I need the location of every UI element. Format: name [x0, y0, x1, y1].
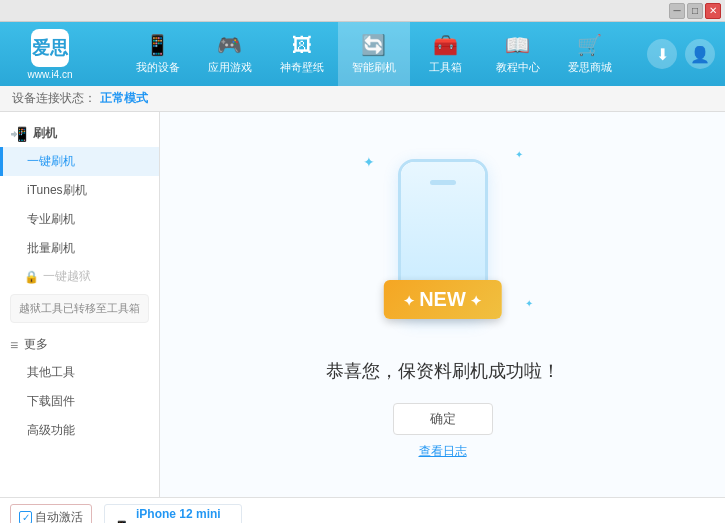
nav-my-device-label: 我的设备: [136, 60, 180, 75]
nav-tutorial-label: 教程中心: [496, 60, 540, 75]
status-value: 正常模式: [100, 90, 148, 107]
maximize-button[interactable]: □: [687, 3, 703, 19]
device-details: iPhone 12 mini 64GB Down-12mini-13,1: [136, 507, 233, 524]
apps-icon: 🎮: [217, 33, 242, 57]
sidebar-firmware-label: 下载固件: [27, 394, 75, 408]
auto-activate-label: 自动激活: [35, 509, 83, 524]
sparkle-1: ✦: [363, 154, 375, 170]
nav-wallpaper[interactable]: 🖼 神奇壁纸: [266, 22, 338, 86]
sidebar-item-tools[interactable]: 其他工具: [0, 358, 159, 387]
tutorial-icon: 📖: [505, 33, 530, 57]
device-phone-icon: 📱: [113, 520, 130, 524]
sidebar-item-jailbreak: 🔒 一键越狱: [0, 263, 159, 290]
status-label: 设备连接状态：: [12, 90, 96, 107]
confirm-btn-label: 确定: [430, 410, 456, 428]
sidebar-section-flash: 📲 刷机 一键刷机 iTunes刷机 专业刷机 批量刷机 🔒 一键越狱 越狱工具…: [0, 120, 159, 327]
nav-wallpaper-label: 神奇壁纸: [280, 60, 324, 75]
sidebar-info-box: 越狱工具已转移至工具箱: [10, 294, 149, 323]
auto-activate-check-box[interactable]: ✓: [19, 511, 32, 524]
nav-toolbox-label: 工具箱: [429, 60, 462, 75]
nav-apps[interactable]: 🎮 应用游戏: [194, 22, 266, 86]
download-button[interactable]: ⬇: [647, 39, 677, 69]
nav-tutorial[interactable]: 📖 教程中心: [482, 22, 554, 86]
nav-flash[interactable]: 🔄 智能刷机: [338, 22, 410, 86]
sidebar-item-firmware[interactable]: 下载固件: [0, 387, 159, 416]
nav-flash-label: 智能刷机: [352, 60, 396, 75]
sidebar: 📲 刷机 一键刷机 iTunes刷机 专业刷机 批量刷机 🔒 一键越狱 越狱工具…: [0, 112, 160, 497]
flash-icon: 🔄: [361, 33, 386, 57]
sidebar-item-batch[interactable]: 批量刷机: [0, 234, 159, 263]
checkbox-group: ✓ 自动激活 ✓ 跳过向导: [10, 504, 92, 524]
nav-toolbox[interactable]: 🧰 工具箱: [410, 22, 482, 86]
phone-illustration: ✦ ✦ ✦ NEW: [343, 149, 543, 339]
confirm-button[interactable]: 确定: [393, 403, 493, 435]
sparkle-2: ✦: [515, 149, 523, 160]
nav-bar: 📱 我的设备 🎮 应用游戏 🖼 神奇壁纸 🔄 智能刷机 🧰 工具箱 📖 教程中心…: [100, 22, 647, 86]
sidebar-advanced-label: 高级功能: [27, 423, 75, 437]
user-button[interactable]: 👤: [685, 39, 715, 69]
sidebar-jailbreak-label: 一键越狱: [43, 268, 91, 285]
sidebar-more-title: 更多: [24, 336, 48, 353]
title-bar: ─ □ ✕: [0, 0, 725, 22]
more-section-icon: ≡: [10, 337, 18, 353]
lock-icon: 🔒: [24, 270, 39, 284]
wallpaper-icon: 🖼: [292, 34, 312, 57]
sidebar-item-pro[interactable]: 专业刷机: [0, 205, 159, 234]
toolbox-icon: 🧰: [433, 33, 458, 57]
sidebar-item-advanced[interactable]: 高级功能: [0, 416, 159, 445]
content-area: ✦ ✦ ✦ NEW 恭喜您，保资料刷机成功啦！ 确定 查看日志: [160, 112, 725, 497]
view-log-link[interactable]: 查看日志: [419, 443, 467, 460]
bottom-device-bar: ✓ 自动激活 ✓ 跳过向导 📱 iPhone 12 mini 64GB Down…: [0, 497, 725, 523]
logo-text: www.i4.cn: [27, 69, 72, 80]
status-bar: 设备连接状态： 正常模式: [0, 86, 725, 112]
device-icon: 📱: [145, 33, 170, 57]
device-info: 📱 iPhone 12 mini 64GB Down-12mini-13,1: [104, 504, 242, 524]
nav-shop[interactable]: 🛒 爱思商城: [554, 22, 626, 86]
sidebar-more-header: ≡ 更多: [0, 331, 159, 358]
phone-notch: [430, 180, 456, 185]
success-title: 恭喜您，保资料刷机成功啦！: [326, 359, 560, 383]
nav-apps-label: 应用游戏: [208, 60, 252, 75]
logo: 爱思 www.i4.cn: [10, 29, 90, 80]
sidebar-batch-label: 批量刷机: [27, 241, 75, 255]
header: 爱思 www.i4.cn 📱 我的设备 🎮 应用游戏 🖼 神奇壁纸 🔄 智能刷机…: [0, 22, 725, 86]
nav-shop-label: 爱思商城: [568, 60, 612, 75]
sparkle-3: ✦: [525, 298, 533, 309]
nav-right-actions: ⬇ 👤: [647, 39, 715, 69]
sidebar-item-onekey[interactable]: 一键刷机: [0, 147, 159, 176]
logo-icon: 爱思: [31, 29, 69, 67]
sidebar-section-more: ≡ 更多 其他工具 下载固件 高级功能: [0, 331, 159, 445]
sidebar-tools-label: 其他工具: [27, 365, 75, 379]
sidebar-flash-title: 刷机: [33, 125, 57, 142]
shop-icon: 🛒: [577, 33, 602, 57]
minimize-button[interactable]: ─: [669, 3, 685, 19]
sidebar-pro-label: 专业刷机: [27, 212, 75, 226]
sidebar-info-text: 越狱工具已转移至工具箱: [19, 302, 140, 314]
new-badge: NEW: [383, 280, 501, 319]
auto-activate-checkbox[interactable]: ✓ 自动激活: [19, 509, 83, 524]
close-button[interactable]: ✕: [705, 3, 721, 19]
device-name: iPhone 12 mini: [136, 507, 233, 521]
sidebar-flash-header: 📲 刷机: [0, 120, 159, 147]
sidebar-item-itunes[interactable]: iTunes刷机: [0, 176, 159, 205]
sidebar-onekey-label: 一键刷机: [27, 154, 75, 168]
flash-section-icon: 📲: [10, 126, 27, 142]
nav-my-device[interactable]: 📱 我的设备: [122, 22, 194, 86]
sidebar-itunes-label: iTunes刷机: [27, 183, 87, 197]
main-area: 📲 刷机 一键刷机 iTunes刷机 专业刷机 批量刷机 🔒 一键越狱 越狱工具…: [0, 112, 725, 497]
